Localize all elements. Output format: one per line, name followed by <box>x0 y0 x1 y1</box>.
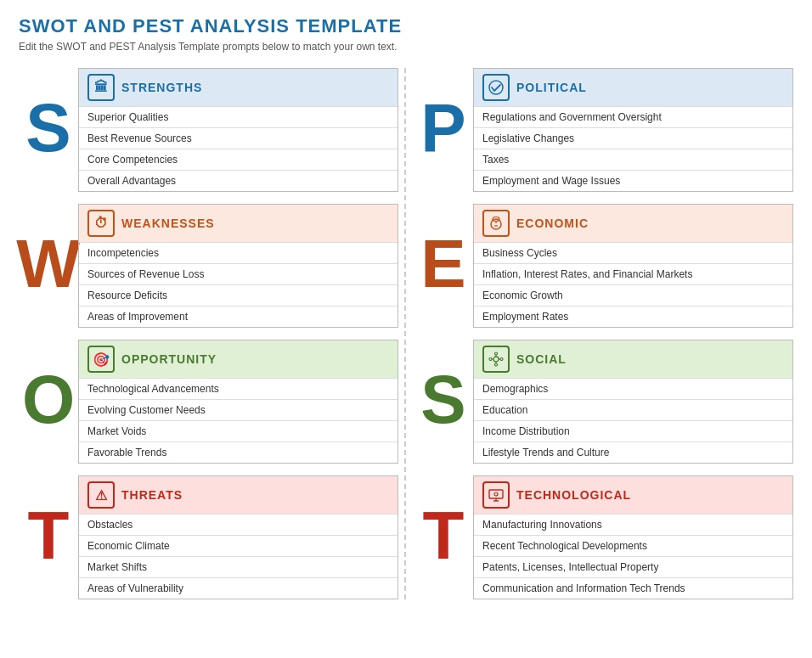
economic-row: E ECONOMIC Business Cycles I <box>414 204 793 328</box>
list-item: Manufacturing Innovations <box>474 514 792 535</box>
letter-o: O <box>19 340 78 464</box>
threats-items: Obstacles Economic Climate Market Shifts… <box>79 514 398 599</box>
letter-w: W <box>19 204 78 328</box>
economic-label: ECONOMIC <box>516 217 589 230</box>
political-items: Regulations and Government Oversight Leg… <box>474 106 792 191</box>
social-header: SOCIAL <box>474 340 792 378</box>
list-item: Superior Qualities <box>79 106 398 127</box>
technological-items: Manufacturing Innovations Recent Technol… <box>474 514 792 599</box>
letter-e: E <box>414 204 473 328</box>
list-item: Core Competencies <box>79 149 398 170</box>
technological-row: T TECHNOLOGICAL Manufacturing Innovati <box>414 475 793 599</box>
economic-box: ECONOMIC Business Cycles Inflation, Inte… <box>473 204 793 328</box>
social-row: S <box>414 340 793 464</box>
list-item: Recent Technological Developments <box>474 535 792 556</box>
list-item: Employment and Wage Issues <box>474 170 792 191</box>
letter-t-pest: T <box>414 475 473 599</box>
social-items: Demographics Education Income Distributi… <box>474 378 792 463</box>
svg-point-8 <box>489 358 492 361</box>
list-item: Evolving Customer Needs <box>79 399 398 420</box>
weaknesses-label: WEAKNESSES <box>121 217 215 230</box>
letter-t-swot: T <box>19 475 78 599</box>
list-item: Income Distribution <box>474 420 792 441</box>
svg-point-17 <box>494 492 498 496</box>
strengths-row: S 🏛 STRENGTHS Superior Qualities Best Re… <box>19 68 398 192</box>
economic-items: Business Cycles Inflation, Interest Rate… <box>474 242 792 327</box>
list-item: Overall Advantages <box>79 170 398 191</box>
list-item: Areas of Vulnerability <box>79 577 398 599</box>
list-item: Inflation, Interest Rates, and Financial… <box>474 263 792 284</box>
social-label: SOCIAL <box>516 352 567 366</box>
strengths-label: STRENGTHS <box>121 81 202 94</box>
weaknesses-row: W ⏱ WEAKNESSES Incompetencies Sources of… <box>19 204 398 328</box>
economic-header: ECONOMIC <box>474 205 792 242</box>
political-row: P POLITICAL Regulations and Government O… <box>414 68 793 192</box>
strengths-box: 🏛 STRENGTHS Superior Qualities Best Reve… <box>78 68 398 192</box>
list-item: Areas of Improvement <box>79 306 398 327</box>
list-item: Employment Rates <box>474 306 792 327</box>
threats-box: ⚠ THREATS Obstacles Economic Climate Mar… <box>78 475 398 599</box>
list-item: Market Shifts <box>79 556 398 577</box>
opportunity-row: O 🎯 OPPORTUNITY Technological Advancemen… <box>19 340 398 464</box>
technological-header: TECHNOLOGICAL <box>474 476 792 514</box>
list-item: Taxes <box>474 149 792 170</box>
weaknesses-items: Incompetencies Sources of Revenue Loss R… <box>79 242 398 327</box>
threats-header: ⚠ THREATS <box>79 476 398 514</box>
list-item: Economic Growth <box>474 284 792 306</box>
svg-point-7 <box>495 363 498 366</box>
list-item: Favorable Trends <box>79 441 398 463</box>
strengths-header: 🏛 STRENGTHS <box>79 69 398 106</box>
strengths-items: Superior Qualities Best Revenue Sources … <box>79 106 398 191</box>
threats-label: THREATS <box>121 488 183 502</box>
strengths-icon: 🏛 <box>87 74 115 101</box>
weaknesses-icon: ⏱ <box>87 210 115 237</box>
list-item: Legislative Changes <box>474 127 792 149</box>
list-item: Patents, Licenses, Intellectual Property <box>474 556 792 577</box>
list-item: Regulations and Government Oversight <box>474 106 792 127</box>
svg-point-5 <box>493 357 499 362</box>
political-header: POLITICAL <box>474 69 792 106</box>
list-item: Market Voids <box>79 420 398 441</box>
opportunity-icon: 🎯 <box>87 346 115 373</box>
list-item: Business Cycles <box>474 242 792 263</box>
opportunity-header: 🎯 OPPORTUNITY <box>79 340 398 378</box>
pest-half: P POLITICAL Regulations and Government O… <box>414 68 793 599</box>
letter-s: S <box>19 68 78 192</box>
main-grid: S 🏛 STRENGTHS Superior Qualities Best Re… <box>19 68 793 599</box>
threats-row: T ⚠ THREATS Obstacles Economic Climate M… <box>19 475 398 599</box>
social-box: SOCIAL Demographics Education Income Dis… <box>473 340 793 464</box>
social-icon <box>482 346 510 373</box>
svg-point-6 <box>495 352 498 355</box>
list-item: Technological Advancements <box>79 378 398 399</box>
svg-point-1 <box>491 219 501 229</box>
technological-label: TECHNOLOGICAL <box>516 488 631 502</box>
list-item: Best Revenue Sources <box>79 127 398 149</box>
list-item: Resource Deficits <box>79 284 398 306</box>
political-icon <box>482 74 510 101</box>
opportunity-label: OPPORTUNITY <box>121 352 217 366</box>
list-item: Economic Climate <box>79 535 398 556</box>
svg-rect-14 <box>489 490 503 498</box>
page-subtitle: Edit the SWOT and PEST Analysis Template… <box>19 41 793 53</box>
technological-box: TECHNOLOGICAL Manufacturing Innovations … <box>473 475 793 599</box>
weaknesses-header: ⏱ WEAKNESSES <box>79 205 398 242</box>
list-item: Obstacles <box>79 514 398 535</box>
letter-s-pest: S <box>414 340 473 464</box>
list-item: Lifestyle Trends and Culture <box>474 441 792 463</box>
list-item: Education <box>474 399 792 420</box>
opportunity-box: 🎯 OPPORTUNITY Technological Advancements… <box>78 340 398 464</box>
economic-icon <box>482 210 510 237</box>
list-item: Demographics <box>474 378 792 399</box>
list-item: Sources of Revenue Loss <box>79 263 398 284</box>
list-item: Incompetencies <box>79 242 398 263</box>
swot-half: S 🏛 STRENGTHS Superior Qualities Best Re… <box>19 68 398 599</box>
list-item: Communication and Information Tech Trend… <box>474 577 792 599</box>
technological-icon <box>482 481 510 509</box>
opportunity-items: Technological Advancements Evolving Cust… <box>79 378 398 463</box>
threats-icon: ⚠ <box>87 481 115 509</box>
svg-point-9 <box>500 358 503 361</box>
page-title: SWOT AND PEST ANALYSIS TEMPLATE <box>19 15 793 37</box>
political-label: POLITICAL <box>516 81 587 94</box>
weaknesses-box: ⏱ WEAKNESSES Incompetencies Sources of R… <box>78 204 398 328</box>
letter-p: P <box>414 68 473 192</box>
